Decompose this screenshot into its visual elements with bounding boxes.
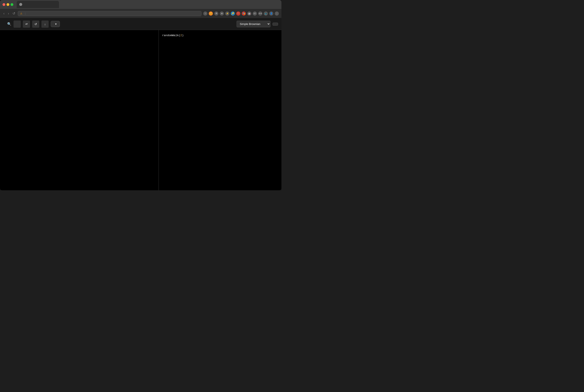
close-button[interactable] [2,3,5,6]
address-bar: ‹ › ↺ ⚠ | ☆ 🐱 ♻ ★ ⚡ 🔑 🛡 🎭 🤖 🏷 ⟷ 📺 👤 ⋮ [0,9,282,18]
browser-toolbar: ☆ 🐱 ♻ ★ ⚡ 🔑 🛡 🎭 🤖 🏷 ⟷ 📺 👤 ⋮ [203,12,279,16]
tab-favicon [19,3,22,6]
simulation-canvas [0,30,158,190]
url-bar[interactable]: ⚠ | [18,11,202,16]
refresh-button[interactable]: ↺ [32,20,39,28]
browser-window: ‹ › ↺ ⚠ | ☆ 🐱 ♻ ★ ⚡ 🔑 🛡 🎭 🤖 🏷 ⟷ 📺 👤 ⋮ [0,0,282,190]
menu-icon[interactable]: ⋮ [275,12,279,16]
robot-icon[interactable]: 🤖 [247,12,252,16]
chevron-down-icon: ▾ [55,22,57,26]
code-paren: ) [182,34,184,37]
refresh-button[interactable]: ↺ [12,10,16,16]
window-controls [2,3,13,6]
play-button[interactable] [14,20,21,28]
code-line: randomWalk(2) [162,34,278,38]
search-icon[interactable]: 🔍 [7,22,12,26]
title-bar [0,0,282,9]
art-icon[interactable]: 🎭 [242,12,246,16]
cat-extension-icon[interactable]: 🐱 [209,12,213,16]
main-area: randomWalk(2) [0,30,282,190]
profile-icon[interactable]: 👤 [269,12,274,16]
warning-icon: ⚠ [20,12,22,15]
new-tab-button[interactable] [61,4,64,5]
browser-tab[interactable] [17,1,59,8]
forward-button[interactable]: › [7,11,10,16]
code-number: 2 [180,34,182,37]
download-button[interactable]: ↓ [42,20,49,28]
shield-icon[interactable]: 🛡 [236,12,240,16]
canvas-area [0,30,158,190]
back-button[interactable]: ‹ [2,11,5,16]
app-toolbar: 🔍 ⇌ ↺ ↓ ▾ Simple Brownian Complex Patt [0,18,282,30]
rendering-settings-button[interactable]: ▾ [51,21,60,27]
lightning-icon[interactable]: ⚡ [225,12,230,16]
tag-icon[interactable]: 🏷 [253,12,257,16]
app-content: 🔍 ⇌ ↺ ↓ ▾ Simple Brownian Complex Patt [0,18,282,190]
minimize-button[interactable] [6,3,9,6]
password-icon[interactable]: 🔑 [231,12,235,16]
code-panel[interactable]: randomWalk(2) [159,30,282,190]
security-indicator: ⚠ [20,12,23,15]
bookmark-star-icon[interactable]: ☆ [203,12,208,16]
next-button[interactable] [272,22,278,26]
star-extension-icon[interactable]: ★ [220,12,224,16]
code-keyword: randomWalk( [162,34,180,37]
maximize-button[interactable] [10,3,13,6]
split-icon[interactable]: ⟷ [258,12,262,16]
shuffle-button[interactable]: ⇌ [23,20,30,28]
url-separator: | [25,12,26,15]
cast-icon[interactable]: 📺 [264,12,268,16]
recycle-icon[interactable]: ♻ [214,12,218,16]
preset-select[interactable]: Simple Brownian Complex Pattern Fractal … [236,21,270,27]
